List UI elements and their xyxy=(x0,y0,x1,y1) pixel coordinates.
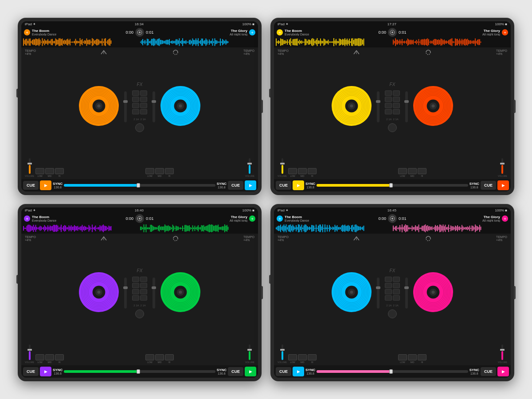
play-button-right[interactable] xyxy=(245,180,256,190)
pad-4[interactable] xyxy=(385,289,392,294)
pad-5[interactable] xyxy=(393,103,400,108)
eq-knob-body-mid-right[interactable] xyxy=(155,354,164,360)
waveform-left[interactable] xyxy=(23,224,139,233)
pad-2[interactable] xyxy=(132,97,139,102)
vol-handle-left[interactable] xyxy=(280,163,285,164)
eq-knob-body-low-right[interactable] xyxy=(145,354,154,360)
cue-button-left[interactable]: CUE xyxy=(276,367,291,376)
eq-knob-body-low-left[interactable] xyxy=(35,168,44,174)
eq-knob-body-hi-left[interactable] xyxy=(308,354,317,360)
pad-5[interactable] xyxy=(393,289,400,294)
turntable-left[interactable] xyxy=(332,86,372,128)
vol-handle-left[interactable] xyxy=(27,163,32,164)
cue-button-right[interactable]: CUE xyxy=(481,367,496,376)
volume-fader-left[interactable]: VOLUME xyxy=(25,344,34,364)
pitch-slider[interactable] xyxy=(317,370,468,373)
settings-knob[interactable] xyxy=(135,309,144,318)
eq-knob-body-hi-right[interactable] xyxy=(418,168,426,174)
play-button-left[interactable] xyxy=(293,367,304,376)
vol-handle-right[interactable] xyxy=(500,163,505,164)
sync-label-right[interactable]: SYNC xyxy=(217,368,227,372)
play-button-left[interactable] xyxy=(40,180,51,190)
pitch-handle[interactable] xyxy=(137,183,140,188)
turntable-right[interactable] xyxy=(160,86,200,128)
pad-0[interactable] xyxy=(385,277,392,282)
turntable-left[interactable] xyxy=(79,272,119,314)
sync-label-left[interactable]: SYNC xyxy=(53,182,63,186)
settings-knob[interactable] xyxy=(388,309,397,318)
volume-fader-right[interactable]: VOLUME xyxy=(245,344,254,364)
fader-handle-left[interactable] xyxy=(376,286,380,289)
pad-4[interactable] xyxy=(132,289,139,294)
waveform-left[interactable] xyxy=(276,38,392,47)
fader-handle-right[interactable] xyxy=(404,100,409,103)
pad-2[interactable] xyxy=(385,97,392,102)
vertical-fader-right[interactable] xyxy=(153,278,155,309)
pitch-slider[interactable] xyxy=(64,370,215,373)
vertical-fader-right[interactable] xyxy=(405,91,408,122)
pad-6[interactable] xyxy=(132,295,139,301)
cue-button-left[interactable]: CUE xyxy=(23,181,39,190)
play-button-left[interactable] xyxy=(40,367,51,376)
vertical-fader-left[interactable] xyxy=(124,91,127,122)
waveform-right[interactable] xyxy=(393,38,509,47)
vertical-fader-right[interactable] xyxy=(405,278,408,309)
cue-button-right[interactable]: CUE xyxy=(481,181,496,190)
waveform-right[interactable] xyxy=(140,224,256,233)
sync-label-right[interactable]: SYNC xyxy=(217,182,227,186)
pad-6[interactable] xyxy=(385,109,392,114)
add-right-button[interactable]: + xyxy=(502,29,508,35)
pad-0[interactable] xyxy=(132,277,139,282)
add-right-button[interactable]: + xyxy=(249,29,255,35)
pad-5[interactable] xyxy=(140,289,147,294)
play-button-left[interactable] xyxy=(293,180,304,190)
volume-fader-left[interactable]: VOLUME xyxy=(25,158,34,177)
pad-3[interactable] xyxy=(393,283,400,288)
volume-fader-left[interactable]: VOLUME xyxy=(278,158,287,177)
waveform-left[interactable] xyxy=(276,224,392,233)
vol-handle-left[interactable] xyxy=(280,349,285,351)
pad-2[interactable] xyxy=(385,283,392,288)
pad-6[interactable] xyxy=(385,295,392,301)
turntable-right[interactable] xyxy=(413,272,453,314)
eq-knob-body-low-right[interactable] xyxy=(398,354,407,360)
fader-handle-left[interactable] xyxy=(376,100,380,103)
eq-knob-body-hi-right[interactable] xyxy=(165,168,174,174)
eq-knob-body-low-right[interactable] xyxy=(145,168,154,174)
pitch-handle[interactable] xyxy=(389,183,393,188)
waveform-right[interactable] xyxy=(393,224,509,233)
pad-4[interactable] xyxy=(385,103,392,108)
vol-handle-right[interactable] xyxy=(247,349,252,351)
vol-handle-left[interactable] xyxy=(27,349,32,351)
pad-3[interactable] xyxy=(140,97,147,102)
add-right-button[interactable]: + xyxy=(249,215,255,222)
volume-fader-right[interactable]: VOLUME xyxy=(245,158,254,177)
pad-3[interactable] xyxy=(393,97,400,102)
waveform-right[interactable] xyxy=(140,38,256,47)
settings-knob[interactable] xyxy=(388,123,397,132)
volume-fader-right[interactable]: VOLUME xyxy=(498,344,507,364)
vertical-fader-left[interactable] xyxy=(377,278,379,309)
settings-knob[interactable] xyxy=(135,123,144,132)
eq-knob-body-hi-left[interactable] xyxy=(55,168,64,174)
pitch-handle[interactable] xyxy=(389,369,393,374)
pad-7[interactable] xyxy=(393,295,400,301)
sync-label-right[interactable]: SYNC xyxy=(469,368,479,372)
pad-3[interactable] xyxy=(140,283,147,288)
eq-knob-body-mid-left[interactable] xyxy=(45,168,54,174)
add-left-button[interactable]: + xyxy=(24,215,30,222)
pad-1[interactable] xyxy=(140,277,147,282)
fader-handle-left[interactable] xyxy=(123,286,128,289)
cue-button-right[interactable]: CUE xyxy=(228,181,243,190)
fader-handle-right[interactable] xyxy=(404,286,409,289)
vertical-fader-left[interactable] xyxy=(377,91,379,122)
play-button-right[interactable] xyxy=(245,367,256,376)
play-button-right[interactable] xyxy=(497,367,509,376)
pad-7[interactable] xyxy=(393,109,400,114)
eq-knob-body-mid-left[interactable] xyxy=(45,354,54,360)
fader-handle-left[interactable] xyxy=(123,100,128,103)
center-icon[interactable] xyxy=(388,214,397,223)
play-button-right[interactable] xyxy=(497,180,509,190)
cue-button-left[interactable]: CUE xyxy=(276,181,291,190)
vol-handle-right[interactable] xyxy=(247,163,252,164)
